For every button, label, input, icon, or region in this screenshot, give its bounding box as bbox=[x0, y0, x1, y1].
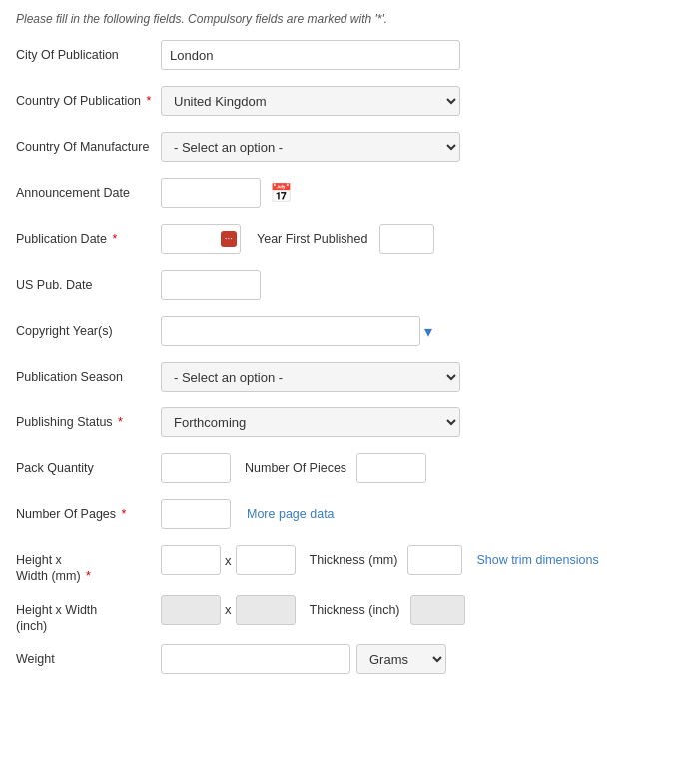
copyright-years-label: Copyright Year(s) bbox=[16, 316, 161, 339]
us-pub-date-row: US Pub. Date bbox=[16, 270, 674, 306]
pack-quantity-input[interactable] bbox=[161, 453, 231, 483]
country-of-publication-area: United Kingdom United States France Germ… bbox=[161, 86, 674, 116]
width-inch-input bbox=[236, 595, 296, 625]
country-of-manufacture-label: Country Of Manufacture bbox=[16, 132, 161, 155]
publishing-status-select[interactable]: Forthcoming Active Out of Print Cancelle… bbox=[161, 407, 460, 437]
weight-area: Grams Kilograms Ounces Pounds bbox=[161, 644, 674, 674]
publication-season-label: Publication Season bbox=[16, 362, 161, 385]
weight-unit-select[interactable]: Grams Kilograms Ounces Pounds bbox=[356, 644, 446, 674]
required-marker: * bbox=[122, 507, 127, 521]
announcement-date-input[interactable] bbox=[161, 178, 261, 208]
country-of-manufacture-row: Country Of Manufacture - Select an optio… bbox=[16, 132, 674, 168]
pub-date-wrapper: ··· bbox=[161, 224, 241, 254]
required-marker: * bbox=[113, 232, 118, 246]
height-width-inch-label: Height x Width(inch) bbox=[16, 595, 161, 635]
pack-quantity-row: Pack Quantity Number Of Pieces bbox=[16, 453, 674, 489]
copyright-years-row: Copyright Year(s) ▾ bbox=[16, 316, 674, 352]
city-of-publication-input[interactable] bbox=[161, 40, 460, 70]
us-pub-date-label: US Pub. Date bbox=[16, 270, 161, 293]
thickness-mm-label: Thickness (mm) bbox=[310, 553, 398, 567]
publication-date-row: Publication Date * ··· Year First Publis… bbox=[16, 224, 674, 260]
country-of-publication-select[interactable]: United Kingdom United States France Germ… bbox=[161, 86, 460, 116]
intro-text: Please fill in the following fields. Com… bbox=[16, 12, 674, 26]
city-of-publication-area bbox=[161, 40, 674, 70]
copyright-years-input[interactable] bbox=[161, 316, 420, 346]
number-of-pages-area: More page data bbox=[161, 499, 674, 529]
number-of-pages-label: Number Of Pages * bbox=[16, 499, 161, 522]
pack-quantity-area: Number Of Pieces bbox=[161, 453, 674, 483]
year-first-published-input[interactable] bbox=[379, 224, 434, 254]
copyright-years-area: ▾ bbox=[161, 316, 674, 346]
publication-date-area: ··· Year First Published bbox=[161, 224, 674, 254]
publishing-status-row: Publishing Status * Forthcoming Active O… bbox=[16, 407, 674, 443]
x-separator-mm: x bbox=[225, 553, 232, 568]
country-of-publication-row: Country Of Publication * United Kingdom … bbox=[16, 86, 674, 122]
us-pub-date-input[interactable] bbox=[161, 270, 261, 300]
height-mm-input[interactable] bbox=[161, 545, 221, 575]
required-marker: * bbox=[86, 569, 91, 583]
country-of-publication-label: Country Of Publication * bbox=[16, 86, 161, 109]
announcement-date-label: Announcement Date bbox=[16, 178, 161, 201]
announcement-date-calendar-icon[interactable]: 📅 bbox=[267, 179, 295, 207]
number-of-pieces-label: Number Of Pieces bbox=[245, 461, 346, 475]
country-of-manufacture-select[interactable]: - Select an option - United Kingdom Unit… bbox=[161, 132, 460, 162]
height-inch-input bbox=[161, 595, 221, 625]
required-marker: * bbox=[147, 94, 152, 108]
copyright-years-chevron-icon[interactable]: ▾ bbox=[424, 322, 432, 341]
height-width-inch-area: x Thickness (inch) bbox=[161, 595, 674, 625]
height-width-mm-row: Height xWidth (mm) * x Thickness (mm) Sh… bbox=[16, 545, 674, 585]
x-separator-inch: x bbox=[225, 602, 232, 617]
us-pub-date-area bbox=[161, 270, 674, 300]
thickness-inch-label: Thickness (inch) bbox=[310, 603, 400, 617]
width-mm-input[interactable] bbox=[236, 545, 296, 575]
number-of-pieces-input[interactable] bbox=[356, 453, 426, 483]
publishing-status-area: Forthcoming Active Out of Print Cancelle… bbox=[161, 407, 674, 437]
thickness-mm-input[interactable] bbox=[407, 545, 462, 575]
pack-quantity-label: Pack Quantity bbox=[16, 453, 161, 476]
publication-date-dots-button[interactable]: ··· bbox=[221, 231, 237, 247]
more-page-data-link[interactable]: More page data bbox=[247, 507, 335, 521]
year-first-published-label: Year First Published bbox=[257, 232, 367, 246]
weight-input[interactable] bbox=[161, 644, 350, 674]
country-of-manufacture-area: - Select an option - United Kingdom Unit… bbox=[161, 132, 674, 162]
height-width-inch-row: Height x Width(inch) x Thickness (inch) bbox=[16, 595, 674, 635]
required-marker: * bbox=[118, 415, 123, 429]
announcement-date-area: 📅 bbox=[161, 178, 674, 208]
height-width-mm-area: x Thickness (mm) Show trim dimensions bbox=[161, 545, 674, 575]
number-of-pages-row: Number Of Pages * More page data bbox=[16, 499, 674, 535]
city-of-publication-row: City Of Publication bbox=[16, 40, 674, 76]
publication-season-row: Publication Season - Select an option - … bbox=[16, 362, 674, 397]
number-of-pages-input[interactable] bbox=[161, 499, 231, 529]
publishing-status-label: Publishing Status * bbox=[16, 407, 161, 430]
weight-label: Weight bbox=[16, 644, 161, 667]
height-width-mm-label: Height xWidth (mm) * bbox=[16, 545, 161, 585]
show-trim-dimensions-link[interactable]: Show trim dimensions bbox=[476, 553, 598, 567]
publication-season-area: - Select an option - Spring Summer Autum… bbox=[161, 362, 674, 392]
thickness-inch-input bbox=[410, 595, 465, 625]
weight-row: Weight Grams Kilograms Ounces Pounds bbox=[16, 644, 674, 680]
announcement-date-row: Announcement Date 📅 bbox=[16, 178, 674, 214]
publication-season-select[interactable]: - Select an option - Spring Summer Autum… bbox=[161, 362, 460, 392]
city-of-publication-label: City Of Publication bbox=[16, 40, 161, 63]
publication-date-label: Publication Date * bbox=[16, 224, 161, 247]
